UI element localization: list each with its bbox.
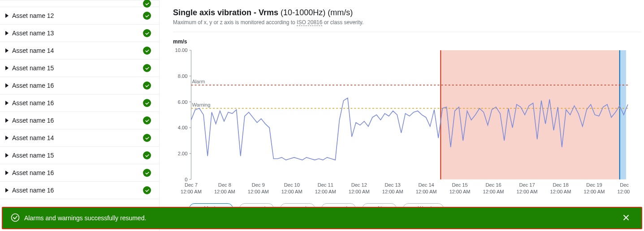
svg-text:0: 0 <box>185 177 187 182</box>
main-panel: Single axis vibration - Vrms (10-1000Hz)… <box>160 0 644 231</box>
asset-label: Asset name 16 <box>12 117 54 124</box>
status-ok-icon <box>143 47 151 55</box>
asset-row[interactable]: Asset name 14 <box>0 129 159 147</box>
asset-row[interactable]: Asset name 12 <box>0 7 159 25</box>
status-ok-icon <box>143 169 151 177</box>
svg-text:4.00: 4.00 <box>178 125 188 130</box>
status-ok-icon <box>143 12 151 20</box>
asset-row[interactable]: Asset name 16 <box>0 94 159 112</box>
expand-icon[interactable] <box>5 83 9 88</box>
status-ok-icon <box>143 116 151 124</box>
iso-link[interactable]: ISO 20816 <box>297 19 322 26</box>
asset-label: Asset name 15 <box>12 152 54 159</box>
svg-text:12:00 AM: 12:00 AM <box>517 188 538 194</box>
close-icon[interactable] <box>619 210 633 226</box>
asset-row[interactable]: Asset name 16 <box>0 182 159 199</box>
svg-text:Alarm: Alarm <box>192 79 205 84</box>
chart-title-main: Single axis vibration - Vrms <box>173 8 278 17</box>
chart-title: Single axis vibration - Vrms (10-1000Hz)… <box>173 8 641 17</box>
asset-sidebar: Asset name 12Asset name 13Asset name 14A… <box>0 0 160 231</box>
status-ok-icon <box>143 151 151 159</box>
svg-rect-0 <box>441 50 619 179</box>
asset-row-cutoff[interactable] <box>0 0 159 7</box>
asset-row[interactable]: Asset name 15 <box>0 147 159 164</box>
svg-text:6.00: 6.00 <box>178 99 188 105</box>
svg-text:12:00 AM: 12:00 AM <box>550 188 571 194</box>
asset-label: Asset name 16 <box>12 169 54 176</box>
expand-icon[interactable] <box>5 13 9 18</box>
expand-icon[interactable] <box>5 66 9 70</box>
svg-text:12:00 AM: 12:00 AM <box>483 188 504 194</box>
success-toast: Alarms and warnings successfully resumed… <box>2 207 642 229</box>
asset-row[interactable]: Asset name 15 <box>0 60 159 77</box>
svg-text:12:00 AM: 12:00 AM <box>214 188 235 194</box>
expand-icon[interactable] <box>5 171 9 175</box>
y-axis-label: mm/s <box>173 38 644 45</box>
expand-icon[interactable] <box>5 48 9 53</box>
asset-row[interactable]: Asset name 16 <box>0 164 159 182</box>
asset-label: Asset name 15 <box>12 64 54 72</box>
asset-row[interactable]: Asset name 14 <box>0 42 159 60</box>
svg-text:12:00 AM: 12:00 AM <box>315 188 336 194</box>
asset-label: Asset name 12 <box>12 12 54 19</box>
svg-text:12:00 AM: 12:00 AM <box>583 188 605 194</box>
asset-label: Asset name 16 <box>12 99 54 107</box>
expand-icon[interactable] <box>5 31 9 35</box>
svg-text:12:00 AM: 12:00 AM <box>281 188 303 194</box>
status-ok-icon <box>143 64 151 72</box>
asset-row[interactable]: Asset name 16 <box>0 77 159 94</box>
svg-text:Dec 10: Dec 10 <box>284 182 300 188</box>
svg-rect-1 <box>620 50 626 179</box>
svg-text:Dec 17: Dec 17 <box>519 182 535 188</box>
svg-text:12:00 AM: 12:00 AM <box>617 188 631 194</box>
svg-text:12:00 AM: 12:00 AM <box>181 188 202 194</box>
svg-text:Dec 19: Dec 19 <box>586 182 602 188</box>
svg-text:Dec 14: Dec 14 <box>419 182 434 188</box>
success-icon <box>11 213 20 223</box>
status-ok-icon <box>143 99 151 107</box>
svg-text:2.00: 2.00 <box>178 151 188 156</box>
svg-text:Warning: Warning <box>192 102 210 107</box>
expand-icon[interactable] <box>5 153 9 158</box>
asset-label: Asset name 13 <box>12 30 54 37</box>
svg-text:8.00: 8.00 <box>178 73 188 79</box>
svg-text:Dec 16: Dec 16 <box>485 182 501 188</box>
status-ok-icon <box>143 134 151 142</box>
svg-text:12:00 AM: 12:00 AM <box>349 188 370 194</box>
toast-message: Alarms and warnings successfully resumed… <box>24 214 146 222</box>
svg-text:Dec 15: Dec 15 <box>452 182 468 188</box>
asset-row[interactable]: Asset name 13 <box>0 25 159 42</box>
expand-icon[interactable] <box>5 136 9 140</box>
asset-label: Asset name 14 <box>12 134 54 141</box>
svg-text:Dec 12: Dec 12 <box>351 182 367 188</box>
expand-icon[interactable] <box>5 188 9 192</box>
svg-text:Dec 11: Dec 11 <box>318 182 333 188</box>
svg-text:Dec 20: Dec 20 <box>620 182 631 188</box>
status-ok-icon <box>143 29 151 37</box>
svg-text:12:00 AM: 12:00 AM <box>382 188 403 194</box>
svg-text:12:00 AM: 12:00 AM <box>450 188 471 194</box>
status-ok-icon <box>143 186 151 194</box>
status-ok-icon <box>143 81 151 90</box>
svg-text:Dec 13: Dec 13 <box>385 182 401 188</box>
svg-point-49 <box>12 214 19 221</box>
asset-label: Asset name 16 <box>12 82 54 89</box>
status-ok-icon <box>143 0 151 8</box>
svg-text:12:00 AM: 12:00 AM <box>248 188 269 194</box>
svg-text:Dec 18: Dec 18 <box>553 182 568 188</box>
asset-label: Asset name 16 <box>12 187 54 194</box>
chart-header: Single axis vibration - Vrms (10-1000Hz)… <box>173 0 641 32</box>
asset-row[interactable]: Asset name 16 <box>0 112 159 129</box>
asset-label: Asset name 14 <box>12 47 54 54</box>
chart-title-units: (10-1000Hz) (mm/s) <box>281 8 353 17</box>
chart-subtitle: Maximum of x, y or z axis is monitored a… <box>173 19 641 26</box>
expand-icon[interactable] <box>5 101 9 105</box>
expand-icon[interactable] <box>5 118 9 123</box>
svg-text:Dec 9: Dec 9 <box>252 182 265 188</box>
svg-text:Dec 7: Dec 7 <box>185 182 198 188</box>
svg-text:12:00 AM: 12:00 AM <box>416 188 437 194</box>
chart-area[interactable]: 02.004.006.008.0010.00AlarmWarningDec 71… <box>173 47 631 200</box>
svg-text:Dec 8: Dec 8 <box>218 182 231 188</box>
svg-text:10.00: 10.00 <box>175 47 188 53</box>
